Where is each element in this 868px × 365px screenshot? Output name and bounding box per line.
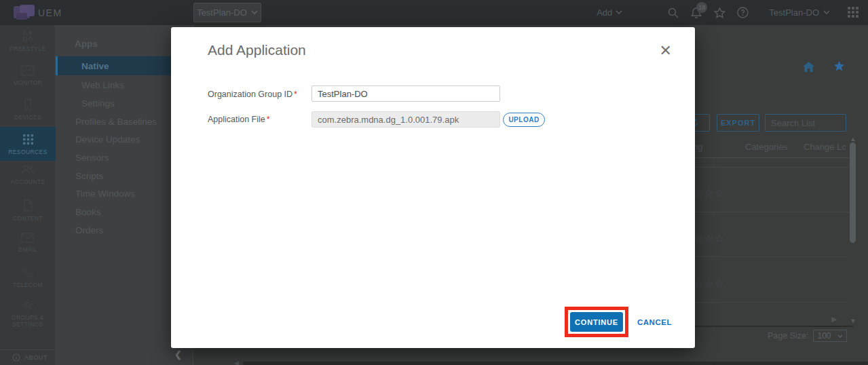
app-row-rating: ☆☆☆ — [694, 277, 725, 290]
add-application-modal: Add Application ✕ Organization Group ID*… — [171, 27, 695, 348]
main-nav-sidebar: FREESTYLE MONITOR DEVICES — [0, 25, 56, 365]
sidebar-item-email[interactable]: EMAIL — [0, 233, 56, 253]
sidebar-item-devices[interactable]: DEVICES — [0, 98, 56, 121]
submenu-header-apps[interactable]: Apps — [75, 39, 98, 49]
sidebar-item-label: DEVICES — [14, 114, 41, 121]
collapse-submenu-chevron[interactable]: ❮ — [174, 349, 182, 360]
page-size-select[interactable]: 100 — [813, 330, 847, 342]
phone-handset-icon — [22, 266, 34, 278]
modal-title: Add Application — [208, 42, 306, 58]
continue-button[interactable]: CONTINUE — [570, 312, 623, 332]
highlight-annotation-box: CONTINUE — [565, 307, 628, 337]
workspace-one-logo-icon — [14, 5, 37, 21]
scroll-left-icon[interactable]: ◀ — [234, 360, 239, 365]
export-label: EXPORT — [721, 119, 755, 127]
search-list-input[interactable] — [765, 114, 846, 132]
chevron-down-icon — [823, 10, 830, 15]
next-page-icon[interactable]: ▶ — [831, 315, 837, 324]
star-outline-icon — [713, 7, 726, 19]
sidebar-item-label: GROUPS & SETTINGS — [12, 314, 44, 328]
page-size-label: Page Size: — [768, 331, 808, 341]
sidebar-item-resources[interactable]: RESOURCES — [0, 127, 56, 161]
sidebar-item-groups-settings[interactable]: GROUPS & SETTINGS — [0, 299, 56, 328]
chevron-down-icon — [251, 10, 258, 15]
scroll-down-icon[interactable]: ▼ — [849, 318, 857, 324]
close-icon[interactable]: ✕ — [660, 43, 672, 58]
home-icon[interactable] — [803, 62, 814, 72]
cancel-button[interactable]: CANCEL — [637, 307, 672, 337]
help-icon — [736, 6, 749, 19]
account-og-label: TestPlan-DO — [769, 7, 819, 18]
add-menu-label: Add — [597, 7, 612, 18]
sidebar-item-label: CONTENT — [13, 215, 43, 222]
top-bar: UEM TestPlan-DO Add — [0, 0, 868, 25]
about-label: ABOUT — [24, 354, 48, 361]
app-row-rating: ☆☆☆ — [694, 187, 725, 199]
smartphone-icon — [23, 98, 33, 111]
sidebar-item-telecom[interactable]: TELECOM — [0, 266, 56, 288]
app-launcher-icon[interactable] — [848, 7, 860, 19]
column-header-categories[interactable]: Categories — [745, 142, 788, 152]
global-search-button[interactable] — [662, 0, 685, 25]
account-og-menu[interactable]: TestPlan-DO — [769, 7, 830, 18]
favorites-button[interactable] — [708, 0, 731, 25]
sidebar-item-about[interactable]: ABOUT — [0, 349, 56, 365]
info-icon — [12, 353, 20, 362]
scroll-up-icon[interactable]: ▲ — [849, 136, 857, 142]
organization-group-id-input[interactable] — [312, 85, 500, 102]
search-icon — [667, 7, 679, 19]
sidebar-item-label: FREESTYLE — [10, 45, 45, 52]
required-asterisk: * — [267, 115, 270, 124]
horizontal-scrollbar[interactable]: ◀ — [234, 361, 868, 365]
add-menu[interactable]: Add — [597, 7, 622, 18]
accounts-people-icon — [21, 164, 35, 175]
notifications-button[interactable]: 18 — [685, 0, 708, 25]
gear-icon — [22, 299, 34, 311]
vertical-scrollbar[interactable]: ▲ ▼ — [849, 136, 857, 326]
resources-grid-icon — [22, 134, 34, 145]
sidebar-item-label: ACCOUNTS — [11, 178, 45, 185]
og-switcher-button[interactable]: TestPlan-DO — [193, 3, 261, 22]
uem-console: UEM TestPlan-DO Add — [0, 0, 868, 365]
scrollbar-thumb[interactable] — [850, 142, 856, 243]
sidebar-item-accounts[interactable]: ACCOUNTS — [0, 164, 56, 185]
chevron-down-icon — [837, 334, 843, 338]
page-size-control: Page Size: 100 — [768, 330, 847, 342]
help-button[interactable] — [731, 0, 754, 25]
document-icon — [23, 199, 33, 212]
upload-button[interactable]: UPLOAD — [503, 113, 545, 127]
og-switcher-label: TestPlan-DO — [197, 7, 247, 18]
organization-group-id-label: Organization Group ID* — [208, 90, 297, 99]
sidebar-item-freestyle[interactable]: FREESTYLE — [0, 31, 56, 52]
sidebar-item-label: MONITOR — [14, 79, 43, 86]
application-file-label: Application File* — [208, 115, 270, 124]
monitor-icon — [21, 65, 35, 76]
product-name: UEM — [38, 0, 62, 25]
sidebar-item-label: TELECOM — [13, 282, 43, 288]
required-asterisk: * — [294, 90, 297, 99]
export-button[interactable]: EXPORT — [717, 114, 759, 132]
sidebar-item-monitor[interactable]: MONITOR — [0, 65, 56, 86]
application-file-input — [312, 111, 500, 128]
sidebar-item-content[interactable]: CONTENT — [0, 199, 56, 222]
sidebar-item-label: RESOURCES — [8, 149, 47, 155]
app-row-rating: ☆☆☆ — [694, 232, 725, 245]
favorite-star-icon[interactable] — [833, 61, 845, 72]
notification-count-badge: 18 — [696, 2, 707, 13]
sidebar-item-label: EMAIL — [18, 246, 37, 253]
chevron-down-icon — [616, 10, 622, 15]
envelope-icon — [21, 233, 35, 243]
freestyle-icon — [22, 31, 34, 42]
column-header-change-log[interactable]: Change Lc — [804, 142, 846, 152]
scrollbar-thumb[interactable] — [243, 362, 868, 365]
